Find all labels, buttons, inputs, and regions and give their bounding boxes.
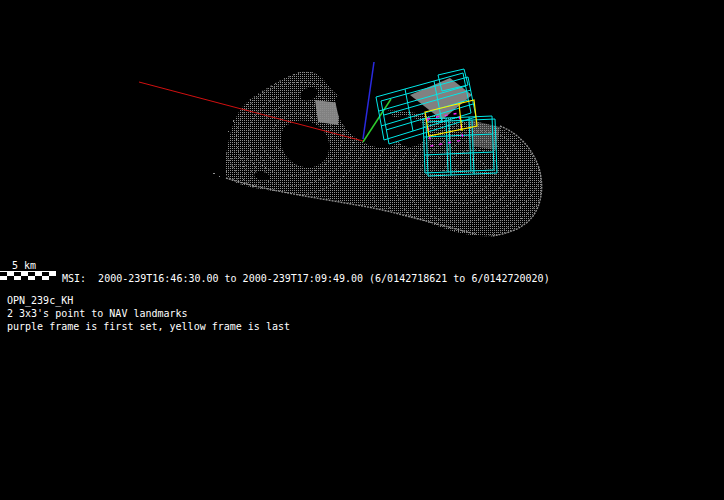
frame-legend-label: purple frame is first set, yellow frame …: [7, 320, 290, 333]
asteroid-model: [202, 56, 590, 260]
scale-bar-checker-row-bottom: [0, 276, 56, 280]
msi-time-range-status: MSI: 2000-239T16:46:30.00 to 2000-239T17…: [62, 272, 550, 285]
asteroid-stipple-body: [225, 71, 542, 236]
scene-viewport[interactable]: [0, 0, 724, 260]
msi-sequence-window: 5 km MSI: 2000-239T16:46:30.00 to 2000-2…: [0, 0, 724, 500]
pointing-note-label: 2 3x3's point to NAV landmarks: [7, 307, 188, 320]
sequence-id-label: OPN_239c_KH: [7, 294, 73, 307]
scale-bar: [0, 271, 56, 280]
